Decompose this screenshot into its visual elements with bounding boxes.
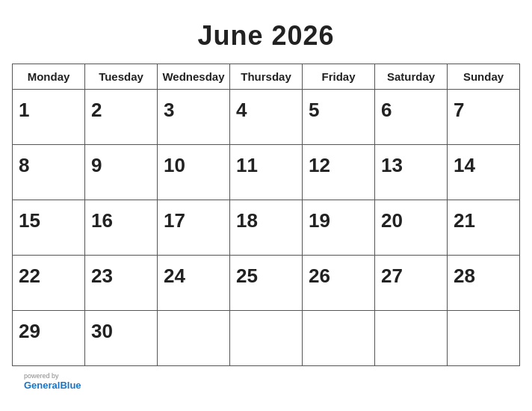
brand-colored: Blue <box>60 380 81 391</box>
calendar-day-cell: 28 <box>448 256 520 311</box>
calendar-week-row: 15161718192021 <box>13 200 520 256</box>
calendar-week-row: 22232425262728 <box>13 256 520 311</box>
calendar-day-cell: 2 <box>85 90 158 145</box>
calendar-day-cell: 15 <box>13 200 85 256</box>
calendar-day-cell: 13 <box>375 145 448 200</box>
calendar-day-cell <box>230 311 303 366</box>
day-header-thursday: Thursday <box>230 64 303 90</box>
brand-plain: General <box>24 380 60 391</box>
calendar-day-cell: 29 <box>13 311 85 366</box>
calendar-day-cell: 14 <box>448 145 520 200</box>
calendar-day-cell: 24 <box>158 256 230 311</box>
calendar-header-row: MondayTuesdayWednesdayThursdayFridaySatu… <box>13 64 520 90</box>
calendar-week-row: 2930 <box>13 311 520 366</box>
calendar-day-cell: 16 <box>85 200 158 256</box>
calendar-day-cell: 10 <box>158 145 230 200</box>
calendar-container: June 2026 MondayTuesdayWednesdayThursday… <box>12 20 520 391</box>
day-header-sunday: Sunday <box>448 64 520 90</box>
calendar-day-cell <box>303 311 375 366</box>
calendar-day-cell <box>448 311 520 366</box>
calendar-day-cell: 6 <box>375 90 448 145</box>
calendar-title: June 2026 <box>197 20 334 52</box>
calendar-day-cell: 30 <box>85 311 158 366</box>
calendar-day-cell: 23 <box>85 256 158 311</box>
calendar-day-cell: 4 <box>230 90 303 145</box>
calendar-day-cell: 19 <box>303 200 375 256</box>
calendar-week-row: 891011121314 <box>13 145 520 200</box>
day-header-tuesday: Tuesday <box>85 64 158 90</box>
day-header-friday: Friday <box>303 64 375 90</box>
calendar-day-cell: 17 <box>158 200 230 256</box>
calendar-table: MondayTuesdayWednesdayThursdayFridaySatu… <box>12 64 520 366</box>
day-header-wednesday: Wednesday <box>158 64 230 90</box>
calendar-week-row: 1234567 <box>13 90 520 145</box>
calendar-day-cell: 25 <box>230 256 303 311</box>
calendar-day-cell: 26 <box>303 256 375 311</box>
calendar-day-cell: 11 <box>230 145 303 200</box>
calendar-day-cell: 7 <box>448 90 520 145</box>
calendar-day-cell: 21 <box>448 200 520 256</box>
brand-name: GeneralBlue <box>24 380 81 391</box>
calendar-day-cell: 12 <box>303 145 375 200</box>
calendar-day-cell: 5 <box>303 90 375 145</box>
powered-by-label: powered by <box>24 372 81 380</box>
calendar-day-cell: 3 <box>158 90 230 145</box>
calendar-day-cell: 8 <box>13 145 85 200</box>
calendar-day-cell: 18 <box>230 200 303 256</box>
day-header-saturday: Saturday <box>375 64 448 90</box>
powered-by-section: powered by GeneralBlue <box>24 372 81 391</box>
calendar-day-cell <box>375 311 448 366</box>
calendar-day-cell: 1 <box>13 90 85 145</box>
calendar-day-cell: 20 <box>375 200 448 256</box>
calendar-day-cell: 22 <box>13 256 85 311</box>
calendar-day-cell: 27 <box>375 256 448 311</box>
day-header-monday: Monday <box>13 64 85 90</box>
calendar-day-cell: 9 <box>85 145 158 200</box>
calendar-day-cell <box>158 311 230 366</box>
